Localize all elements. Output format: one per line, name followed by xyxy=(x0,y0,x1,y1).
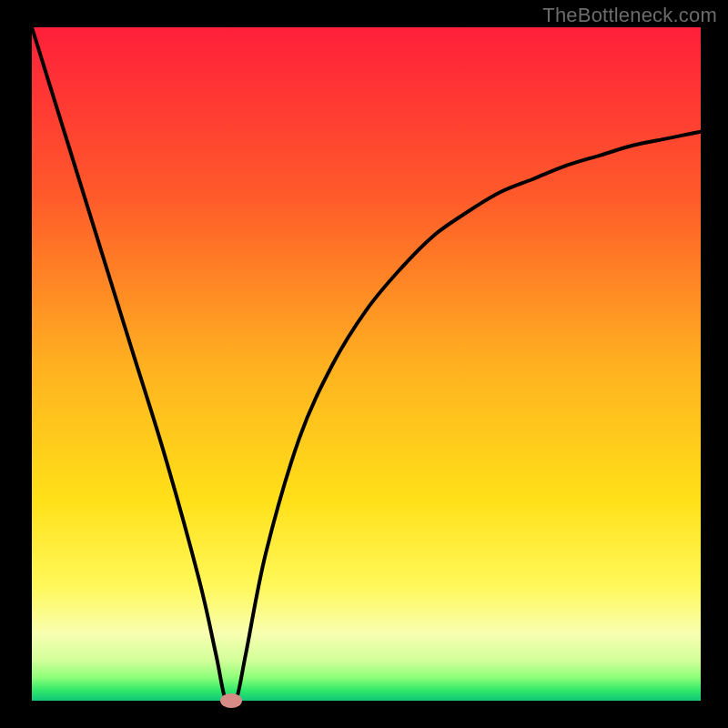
chart-frame: TheBottleneck.com xyxy=(0,0,728,728)
bottleneck-chart xyxy=(0,0,728,728)
plot-background xyxy=(32,27,701,701)
watermark-text: TheBottleneck.com xyxy=(542,4,717,27)
optimal-point-marker xyxy=(220,693,242,708)
